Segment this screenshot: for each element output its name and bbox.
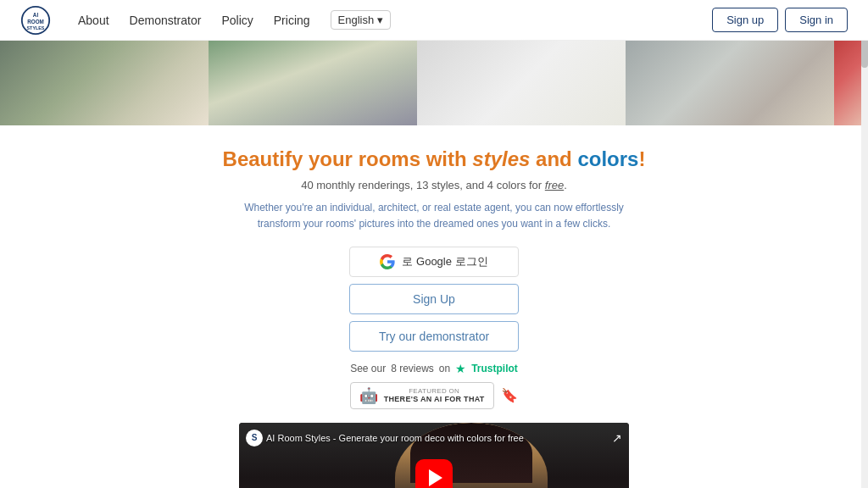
video-logo: S AI Room Styles - Generate your room de… [246, 430, 524, 446]
hero-image-3 [417, 41, 626, 125]
video-preview: S AI Room Styles - Generate your room de… [239, 423, 629, 488]
aiforthat-badge[interactable]: 🤖 FEATURED ON THERE'S AN AI FOR THAT [350, 382, 493, 409]
hero-image-strip [0, 41, 868, 125]
share-icon[interactable]: ↗ [612, 431, 622, 445]
nav-pricing[interactable]: Pricing [274, 14, 310, 27]
headline-exclaim: ! [638, 147, 645, 170]
video-logo-circle: S [246, 430, 263, 446]
signin-button[interactable]: Sign in [785, 8, 848, 32]
chevron-down-icon: ▾ [377, 14, 383, 26]
aiforthat-name: THERE'S AN AI FOR THAT [384, 395, 485, 403]
svg-text:STYLES: STYLES [27, 25, 45, 30]
hero-image-2 [209, 41, 417, 125]
trustpilot-logo: Trustpilot [471, 363, 518, 374]
svg-text:AI: AI [33, 12, 39, 18]
scrollbar[interactable] [861, 0, 868, 488]
trustpilot-on: on [439, 363, 450, 374]
bookmark-icon[interactable]: 🔖 [501, 387, 518, 403]
lang-label: English [338, 14, 375, 26]
free-text: free [545, 179, 564, 191]
video-container[interactable]: S AI Room Styles - Generate your room de… [239, 423, 629, 488]
headline-and: and [530, 147, 577, 170]
main-signup-button[interactable]: Sign Up [349, 284, 519, 314]
logo-icon: AI ROOM STYLES [20, 5, 51, 36]
signup-button[interactable]: Sign up [712, 8, 778, 32]
hero-image-4 [626, 41, 834, 125]
headline-text-start: Beautify your rooms with [223, 147, 473, 170]
robot-icon: 🤖 [359, 386, 378, 405]
google-icon [380, 254, 395, 269]
aiforthat-text: FEATURED ON THERE'S AN AI FOR THAT [384, 387, 485, 403]
hero-image-1 [0, 41, 209, 125]
aiforthat-row: 🤖 FEATURED ON THERE'S AN AI FOR THAT 🔖 [350, 382, 517, 409]
logo[interactable]: AI ROOM STYLES [20, 5, 51, 36]
nav-about[interactable]: About [78, 14, 109, 27]
headline-italic: styles [472, 147, 530, 170]
video-title-text: AI Room Styles - Generate your room deco… [266, 433, 524, 443]
nav-demonstrator[interactable]: Demonstrator [130, 14, 202, 27]
nav-policy[interactable]: Policy [221, 14, 253, 27]
play-button[interactable] [415, 459, 453, 488]
nav-auth-buttons: Sign up Sign in [712, 8, 848, 32]
main-headline: Beautify your rooms with styles and colo… [223, 146, 646, 172]
subtitle-text: 40 monthly renderings, 13 styles, and 4 … [301, 179, 567, 191]
video-overlay-top: S AI Room Styles - Generate your room de… [246, 430, 622, 446]
description-text: Whether you're an individual, architect,… [231, 200, 637, 232]
google-button-label: 로 Google 로그인 [402, 254, 487, 269]
headline-colors: colors [577, 147, 638, 170]
trustpilot-row: See our 8 reviews on ★ Trustpilot [350, 362, 518, 375]
trustpilot-star-icon: ★ [455, 362, 466, 375]
trustpilot-count: 8 reviews [391, 363, 434, 374]
featured-on-label: FEATURED ON [384, 387, 485, 395]
demo-button[interactable]: Try our demonstrator [349, 321, 519, 352]
play-triangle-icon [429, 469, 442, 486]
nav-links: About Demonstrator Policy Pricing Englis… [78, 10, 712, 30]
trustpilot-see: See our [350, 363, 386, 374]
svg-text:ROOM: ROOM [27, 18, 44, 24]
google-signin-button[interactable]: 로 Google 로그인 [349, 247, 519, 277]
navbar: AI ROOM STYLES About Demonstrator Policy… [0, 0, 868, 41]
main-content: Beautify your rooms with styles and colo… [0, 125, 868, 488]
language-selector[interactable]: English ▾ [331, 10, 392, 30]
